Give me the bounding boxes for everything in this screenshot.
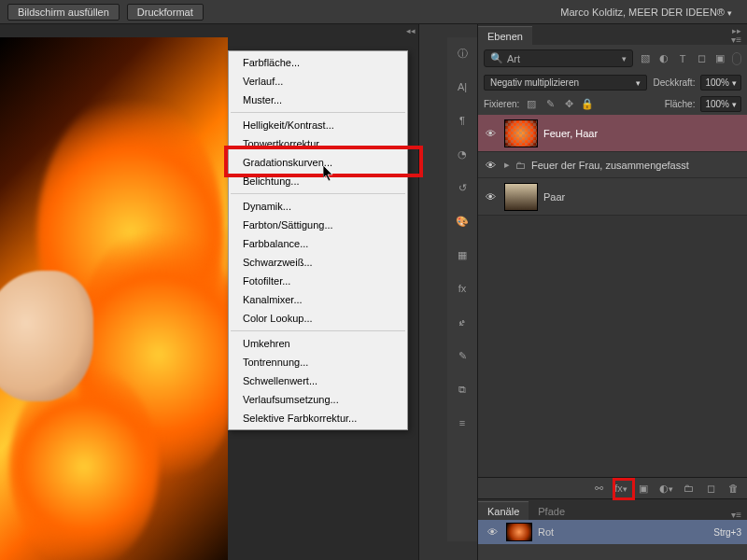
credit-text: Marco Kolditz, MEER DER IDEEN® ▾ xyxy=(560,7,740,18)
menu-item[interactable]: Verlauf... xyxy=(230,72,406,91)
filter-shape-icon[interactable]: ◻ xyxy=(695,52,708,65)
color-panel-icon[interactable]: 🎨 xyxy=(454,213,471,230)
menu-item[interactable]: Fotofilter... xyxy=(230,272,406,290)
paragraph-panel-icon[interactable]: ¶ xyxy=(454,112,471,129)
menu-item[interactable]: Selektive Farbkorrektur... xyxy=(230,409,406,427)
new-group-icon[interactable]: 🗀 xyxy=(682,483,695,494)
filter-toggle-icon[interactable] xyxy=(732,52,741,65)
menu-item[interactable]: Color Lookup... xyxy=(230,309,406,328)
menu-item[interactable]: Dynamik... xyxy=(230,197,406,216)
layers-panel: ▸▸ Ebenen ▾≡ 🔍Art ▾ ▧ ◐ T ◻ ▣ Negativ mu… xyxy=(478,24,747,560)
visibility-eye-icon[interactable]: 👁 xyxy=(482,128,499,139)
clone-panel-icon[interactable]: ⧉ xyxy=(454,381,471,398)
menu-item[interactable]: Farbfläche... xyxy=(230,53,406,72)
visibility-eye-icon[interactable]: 👁 xyxy=(484,526,500,538)
menu-item[interactable]: Gradationskurven... xyxy=(230,153,406,172)
print-format-button[interactable]: Druckformat xyxy=(127,4,204,21)
fill-screen-button[interactable]: Bildschirm ausfüllen xyxy=(7,4,120,21)
brush-presets-panel-icon[interactable]: ✎ xyxy=(454,347,471,364)
filter-smart-icon[interactable]: ▣ xyxy=(713,52,726,65)
lock-pixels-icon[interactable]: ✎ xyxy=(543,98,557,111)
menu-item[interactable]: Farbton/Sättigung... xyxy=(230,216,406,234)
layer-mask-icon[interactable]: ▣ xyxy=(637,483,650,495)
collapse-toggle-icon[interactable]: ◂◂ xyxy=(397,26,416,35)
visibility-eye-icon[interactable]: 👁 xyxy=(482,160,499,171)
layer-filter-row: 🔍Art ▾ ▧ ◐ T ◻ ▣ xyxy=(478,45,747,72)
filter-adjust-icon[interactable]: ◐ xyxy=(657,52,670,65)
channel-name: Rot xyxy=(538,526,554,538)
layer-row[interactable]: 👁 Paar xyxy=(478,178,747,216)
menu-separator xyxy=(231,330,405,331)
opacity-input[interactable]: 100%▾ xyxy=(700,75,741,91)
channels-panel-tabs: Kanäle Pfade ▾≡ xyxy=(478,499,747,520)
fill-input[interactable]: 100%▾ xyxy=(700,96,741,112)
lock-row: Fixieren: ▨ ✎ ✥ 🔒 Fläche: 100%▾ xyxy=(478,93,747,115)
menu-item[interactable]: Farbbalance... xyxy=(230,234,406,253)
character-panel-icon[interactable]: A| xyxy=(454,78,471,95)
menu-item[interactable]: Tonwertkorrektur... xyxy=(230,134,406,153)
visibility-eye-icon[interactable]: 👁 xyxy=(482,191,499,203)
collapse-toggle-icon[interactable]: ▸▸ xyxy=(723,26,741,35)
adjustments-panel-icon[interactable]: ◔ xyxy=(454,146,471,162)
document-canvas[interactable] xyxy=(0,37,228,560)
menu-item[interactable]: Verlaufsumsetzung... xyxy=(230,390,406,409)
layer-list: 👁 Feuer, Haar 👁 ▸ 🗀 Feuer der Frau, zusa… xyxy=(478,115,747,216)
panel-menu-icon[interactable]: ▾≡ xyxy=(731,510,747,520)
blend-mode-dropdown[interactable]: Negativ multiplizieren▾ xyxy=(484,75,647,91)
menu-separator xyxy=(231,193,405,194)
opacity-label: Deckkraft: xyxy=(653,77,695,88)
lock-position-icon[interactable]: ✥ xyxy=(562,98,575,111)
menu-item[interactable]: Helligkeit/Kontrast... xyxy=(230,116,406,134)
layers-footer: ⚯ fx▾ ▣ ◐▾ 🗀 ◻ 🗑 xyxy=(478,477,747,499)
menu-item[interactable]: Muster... xyxy=(230,91,406,109)
swatches-panel-icon[interactable]: ▦ xyxy=(454,246,471,263)
new-layer-icon[interactable]: ◻ xyxy=(704,483,717,495)
lock-all-icon[interactable]: 🔒 xyxy=(581,98,594,111)
menu-item[interactable]: Tontrennung... xyxy=(230,353,406,371)
delete-layer-icon[interactable]: 🗑 xyxy=(726,483,740,494)
filter-type-dropdown[interactable]: 🔍Art ▾ xyxy=(484,49,633,67)
channel-row[interactable]: 👁 Rot Strg+3 xyxy=(478,520,747,544)
fill-label: Fläche: xyxy=(665,99,696,109)
paths-tab[interactable]: Pfade xyxy=(529,502,574,520)
disclosure-triangle-icon[interactable]: ▸ xyxy=(504,159,510,171)
layer-name[interactable]: Feuer, Haar xyxy=(543,128,743,139)
menu-item[interactable]: Kanalmixer... xyxy=(230,290,406,309)
layer-thumbnail[interactable] xyxy=(504,119,538,147)
top-toolbar: Bildschirm ausfüllen Druckformat Marco K… xyxy=(0,0,747,24)
menu-item[interactable]: Belichtung... xyxy=(230,172,406,190)
info-panel-icon[interactable]: ⓘ xyxy=(454,45,471,62)
filter-text-icon[interactable]: T xyxy=(676,52,689,65)
adjustment-layer-menu: Farbfläche...Verlauf...Muster...Helligke… xyxy=(228,50,408,430)
history-panel-icon[interactable]: ↺ xyxy=(454,179,471,196)
collapsed-panel-dock: ◂◂ ⓘ A| ¶ ◔ ↺ 🎨 ▦ fx ⸙ ✎ ⧉ ≡ xyxy=(418,24,478,560)
styles-panel-icon[interactable]: fx xyxy=(454,280,471,297)
panel-menu-icon[interactable]: ▾≡ xyxy=(731,35,747,45)
tool-presets-panel-icon[interactable]: ≡ xyxy=(454,414,471,431)
menu-item[interactable]: Schwellenwert... xyxy=(230,371,406,390)
menu-separator xyxy=(231,112,405,113)
link-layers-icon[interactable]: ⚯ xyxy=(592,483,605,495)
menu-item[interactable]: Schwarzweiß... xyxy=(230,253,406,272)
layer-name[interactable]: Feuer der Frau, zusammengefasst xyxy=(531,160,743,171)
channels-tab[interactable]: Kanäle xyxy=(478,501,529,520)
channel-shortcut: Strg+3 xyxy=(713,527,741,538)
menu-item[interactable]: Umkehren xyxy=(230,334,406,353)
folder-icon: 🗀 xyxy=(515,160,526,171)
layer-thumbnail[interactable] xyxy=(504,183,538,211)
layer-styles-icon[interactable]: fx▾ xyxy=(614,483,627,494)
panel-tabs: Ebenen ▾≡ xyxy=(478,24,747,45)
brushes-panel-icon[interactable]: ⸙ xyxy=(454,314,471,330)
channel-thumbnail xyxy=(506,523,532,541)
layers-empty-area[interactable] xyxy=(478,216,747,477)
layer-row[interactable]: 👁 ▸ 🗀 Feuer der Frau, zusammengefasst xyxy=(478,152,747,178)
layer-name[interactable]: Paar xyxy=(543,191,743,203)
layer-row[interactable]: 👁 Feuer, Haar xyxy=(478,115,747,152)
blend-mode-row: Negativ multiplizieren▾ Deckkraft: 100%▾ xyxy=(478,72,747,93)
lock-label: Fixieren: xyxy=(484,99,519,109)
adjustment-layer-icon[interactable]: ◐▾ xyxy=(659,483,672,495)
lock-transparency-icon[interactable]: ▨ xyxy=(525,98,538,111)
filter-pixel-icon[interactable]: ▧ xyxy=(639,52,652,65)
layers-tab[interactable]: Ebenen xyxy=(478,26,532,45)
